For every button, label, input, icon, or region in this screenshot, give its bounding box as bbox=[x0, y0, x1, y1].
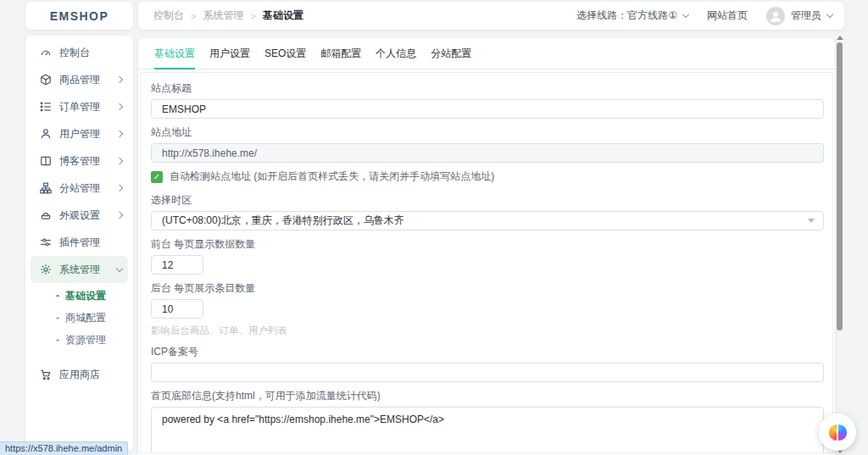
caret-down-icon bbox=[808, 219, 815, 223]
sidebar-item-dashboard[interactable]: 控制台 bbox=[25, 39, 133, 66]
site-title-label: 站点标题 bbox=[151, 82, 824, 94]
submenu-item-mall-config[interactable]: - 商城配置 bbox=[25, 307, 133, 329]
sidebar-item-app-store[interactable]: 应用商店 bbox=[25, 361, 133, 388]
front-per-page-label: 前台 每页显示数据数量 bbox=[151, 238, 824, 250]
chevron-down-icon bbox=[826, 11, 833, 18]
breadcrumb-separator-icon: > bbox=[250, 11, 255, 21]
gear-icon bbox=[40, 264, 52, 275]
system-submenu: - 基础设置 - 商城配置 - 资源管理 bbox=[25, 285, 133, 351]
tab-basic-settings[interactable]: 基础设置 bbox=[154, 38, 195, 69]
timezone-select[interactable]: (UTC+08:00)北京，重庆，香港特别行政区，乌鲁木齐 bbox=[151, 211, 824, 230]
header-actions: 选择线路：官方线路① 网站首页 管理员 bbox=[576, 7, 832, 25]
tab-seo-settings[interactable]: SEO设置 bbox=[264, 38, 306, 69]
footer-info-field: 首页底部信息(支持html，可用于添加流量统计代码) powered by <a… bbox=[151, 390, 824, 453]
submenu-item-label: 资源管理 bbox=[65, 333, 106, 347]
box-icon bbox=[40, 74, 52, 86]
admin-per-page-hint: 影响后台商品、订单、用户列表 bbox=[151, 325, 824, 337]
chevron-right-icon bbox=[116, 212, 123, 219]
chevron-down-icon bbox=[682, 11, 689, 18]
main-content: 基础设置 用户设置 SEO设置 邮箱配置 个人信息 分站配置 站点标题 站点地址… bbox=[138, 38, 835, 455]
sidebar-item-appearance[interactable]: 外观设置 bbox=[25, 202, 133, 229]
site-title-input[interactable] bbox=[151, 99, 824, 119]
sidebar-item-users[interactable]: 用户管理 bbox=[25, 120, 133, 147]
tab-user-settings[interactable]: 用户设置 bbox=[209, 38, 250, 69]
sidebar-item-label: 应用商店 bbox=[59, 368, 100, 382]
settings-tabs: 基础设置 用户设置 SEO设置 邮箱配置 个人信息 分站配置 bbox=[138, 38, 835, 69]
brain-icon bbox=[829, 424, 847, 441]
timezone-field: 选择时区 (UTC+08:00)北京，重庆，香港特别行政区，乌鲁木齐 bbox=[151, 194, 824, 230]
breadcrumb-dashboard[interactable]: 控制台 bbox=[153, 8, 184, 23]
user-menu[interactable]: 管理员 bbox=[766, 7, 832, 25]
home-link[interactable]: 网站首页 bbox=[707, 8, 748, 23]
assistant-float-button[interactable] bbox=[819, 413, 856, 451]
submenu-item-label: 基础设置 bbox=[65, 289, 106, 303]
sidebar-item-label: 商品管理 bbox=[59, 73, 100, 87]
appearance-icon bbox=[40, 209, 52, 221]
tab-personal-info[interactable]: 个人信息 bbox=[376, 38, 416, 69]
sidebar: 控制台 商品管理 订单管理 用户管理 博客管理 分站 bbox=[25, 36, 133, 451]
auto-detect-label: 自动检测站点地址 (如开启后首页样式丢失，请关闭并手动填写站点地址) bbox=[170, 169, 494, 184]
chevron-down-icon bbox=[116, 264, 123, 271]
sidebar-item-label: 控制台 bbox=[59, 46, 90, 60]
submenu-bullet: - bbox=[56, 334, 59, 346]
gauge-icon bbox=[40, 47, 52, 58]
line-select[interactable]: 选择线路：官方线路① bbox=[576, 8, 688, 23]
chevron-right-icon bbox=[116, 103, 123, 110]
site-address-input bbox=[151, 143, 824, 163]
submenu-item-basic-settings[interactable]: - 基础设置 bbox=[25, 285, 133, 307]
chevron-right-icon bbox=[116, 185, 123, 191]
breadcrumb-separator-icon: > bbox=[191, 11, 196, 21]
scrollbar-thumb[interactable] bbox=[837, 42, 843, 330]
sidebar-item-label: 订单管理 bbox=[59, 100, 100, 114]
sidebar-item-label: 用户管理 bbox=[59, 127, 100, 141]
submenu-item-resources[interactable]: - 资源管理 bbox=[25, 329, 133, 351]
auto-detect-row: ✓ 自动检测站点地址 (如开启后首页样式丢失，请关闭并手动填写站点地址) bbox=[151, 169, 824, 184]
line-select-label: 选择线路：官方线路① bbox=[576, 8, 677, 23]
auto-detect-checkbox[interactable]: ✓ bbox=[151, 171, 163, 183]
chevron-right-icon bbox=[116, 76, 123, 83]
footer-info-textarea[interactable]: powered by <a href="https://emshop.ihehe… bbox=[151, 407, 824, 453]
sidebar-item-blog[interactable]: 博客管理 bbox=[25, 147, 133, 175]
basic-settings-form: 站点标题 站点地址 ✓ 自动检测站点地址 (如开启后首页样式丢失，请关闭并手动填… bbox=[140, 72, 833, 453]
sidebar-item-plugins[interactable]: 插件管理 bbox=[25, 229, 133, 256]
footer-info-label: 首页底部信息(支持html，可用于添加流量统计代码) bbox=[151, 390, 824, 402]
sidebar-item-subsites[interactable]: 分站管理 bbox=[25, 175, 133, 202]
username-label: 管理员 bbox=[791, 8, 821, 23]
page-scrollbar bbox=[837, 34, 843, 455]
admin-per-page-field: 后台 每页展示条目数量 bbox=[151, 282, 824, 319]
sitemap-icon bbox=[40, 182, 52, 194]
timezone-value[interactable]: (UTC+08:00)北京，重庆，香港特别行政区，乌鲁木齐 bbox=[151, 211, 824, 230]
header-bar: 控制台 > 系统管理 > 基础设置 选择线路：官方线路① 网站首页 管理员 bbox=[138, 2, 844, 30]
front-per-page-field: 前台 每页显示数据数量 bbox=[151, 238, 824, 275]
link-preview-tooltip: https://x578.ihehe.me/admin bbox=[0, 441, 128, 455]
user-icon bbox=[40, 128, 52, 140]
list-icon bbox=[40, 101, 52, 113]
sidebar-item-label: 外观设置 bbox=[59, 208, 100, 223]
avatar bbox=[766, 7, 785, 25]
breadcrumb-current: 基础设置 bbox=[263, 8, 303, 23]
icp-field: ICP备案号 bbox=[151, 346, 824, 382]
sidebar-item-system[interactable]: 系统管理 bbox=[31, 256, 128, 283]
admin-per-page-input[interactable] bbox=[151, 299, 203, 319]
front-per-page-input[interactable] bbox=[151, 255, 203, 275]
sliders-icon bbox=[40, 236, 52, 248]
sidebar-item-label: 系统管理 bbox=[59, 263, 100, 277]
chevron-right-icon bbox=[116, 158, 123, 164]
timezone-label: 选择时区 bbox=[151, 194, 824, 206]
sidebar-item-label: 博客管理 bbox=[59, 154, 100, 169]
chevron-right-icon bbox=[116, 130, 123, 137]
tab-subsite-config[interactable]: 分站配置 bbox=[431, 38, 471, 69]
scroll-up-arrow-icon[interactable] bbox=[837, 36, 843, 40]
sidebar-item-orders[interactable]: 订单管理 bbox=[25, 93, 133, 120]
icp-input[interactable] bbox=[151, 363, 824, 382]
site-address-label: 站点地址 bbox=[151, 126, 824, 138]
app-logo[interactable]: EMSHOP bbox=[50, 9, 109, 23]
sidebar-item-products[interactable]: 商品管理 bbox=[25, 66, 133, 93]
admin-per-page-label: 后台 每页展示条目数量 bbox=[151, 282, 824, 294]
tab-mail-config[interactable]: 邮箱配置 bbox=[320, 38, 361, 69]
breadcrumb: 控制台 > 系统管理 > 基础设置 bbox=[153, 8, 303, 23]
submenu-bullet: - bbox=[56, 312, 59, 324]
submenu-item-label: 商城配置 bbox=[65, 311, 106, 325]
breadcrumb-system[interactable]: 系统管理 bbox=[203, 8, 243, 23]
sidebar-item-label: 分站管理 bbox=[59, 181, 100, 196]
